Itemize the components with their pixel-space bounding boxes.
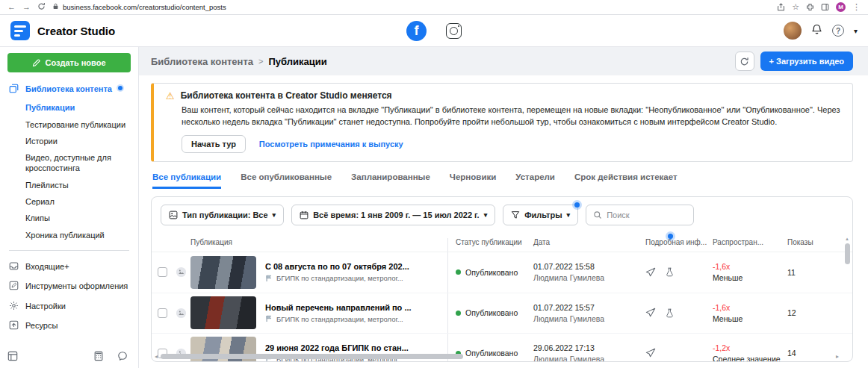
post-title[interactable]: 29 июня 2022 года БГИПК по стан... [265,343,409,352]
instagram-dot [458,25,460,28]
content-library-icon [9,84,19,96]
warning-icon: ⚠ [166,91,175,101]
post-thumbnail[interactable] [190,296,256,329]
account-menu-caret-icon[interactable]: ▾ [854,27,858,35]
app-title: Creator Studio [37,25,115,37]
post-date: 01.07.2022 15:58 [533,262,595,271]
sidebar-item-crosspost-videos[interactable]: Видео, доступные для кросспостинга [0,149,138,177]
sidebar-item-stories[interactable]: Истории [0,133,138,149]
col-header-impressions[interactable]: Показы [787,238,840,252]
release-notes-link[interactable]: Посмотреть примечания к выпуску [259,140,403,149]
search-input[interactable] [607,210,686,219]
create-new-button[interactable]: Создать новое [7,53,131,72]
chat-icon[interactable] [117,351,128,361]
scroll-up-icon[interactable]: ▴ [846,236,849,242]
filters-button[interactable]: Фильтры ▾ [503,205,578,225]
tab-bar: Все публикации Все опубликованные Заплан… [152,172,853,189]
breadcrumb-current: Публикации [268,56,326,67]
row-checkbox[interactable] [158,267,167,277]
col-header-insights[interactable]: Подробная инф... [645,238,713,252]
upload-video-button[interactable]: + Загрузить видео [760,52,853,71]
browser-refresh-icon[interactable] [37,2,46,12]
creator-studio-logo-icon[interactable] [10,21,30,40]
tab-expired[interactable]: Устарели [515,172,555,189]
pages-panel-icon[interactable] [7,351,18,361]
sidebar-item-settings[interactable]: Настройки [0,297,138,316]
time-range-filter[interactable]: Всё время: 1 янв 2009 г. — 15 июл 2022 г… [291,205,495,225]
vertical-scrollbar[interactable]: ▴ [843,236,851,349]
facebook-icon[interactable]: f [406,21,427,41]
col-header-distribution[interactable]: Распростран... [713,238,787,252]
posts-table-card: Тип публикации: Все ▾ Всё время: 1 янв 2… [151,196,853,362]
distribution-score: -1,6x [713,303,730,312]
refresh-button[interactable] [735,52,754,71]
row-checkbox[interactable] [158,308,167,318]
vertical-scrollbar-thumb[interactable] [845,243,850,264]
tab-expiring[interactable]: Срок действия истекает [574,172,678,189]
tab-all-posts[interactable]: Все публикации [152,172,221,189]
sidebar-item-series[interactable]: Сериал [0,193,138,210]
tab-published[interactable]: Все опубликованные [241,172,332,189]
table-row[interactable]: С 08 августа по по 07 октября 202... БГИ… [152,252,852,293]
page-flag-icon [265,275,273,282]
sidebar-item-post-testing[interactable]: Тестирование публикации [0,116,138,133]
browser-profile-avatar[interactable]: M [836,2,846,12]
address-bar[interactable]: business.facebook.com/creatorstudio/cont… [52,3,770,11]
sidebar-item-content-library[interactable]: Библиотека контента [0,80,138,99]
browser-back-icon[interactable]: ← [7,3,16,11]
sidebar-item-resources[interactable]: Ресурсы [0,316,138,336]
start-tour-button[interactable]: Начать тур [182,135,246,153]
ab-test-flask-icon[interactable] [665,308,675,318]
sidebar-item-post-history[interactable]: Хроника публикаций [0,227,138,243]
user-avatar[interactable] [784,22,802,40]
notification-dot [574,202,580,208]
distribution-label: Меньше [713,314,743,323]
post-thumbnail[interactable] [190,256,256,289]
photo-post-icon [171,252,190,293]
search-box[interactable] [586,205,694,225]
impressions-value: 11 [787,252,840,293]
post-status: Опубликовано [465,308,518,317]
ab-test-flask-icon[interactable] [665,267,675,277]
horizontal-scrollbar[interactable]: ◂ ▸ [155,352,839,360]
col-header-status[interactable]: Статус публикации [447,238,533,252]
browser-forward-icon[interactable]: → [22,3,31,11]
post-type-icon [169,210,178,219]
help-icon[interactable]: ? [832,25,844,37]
extensions-icon[interactable] [806,3,814,11]
post-type-filter[interactable]: Тип публикации: Все ▾ [161,205,284,225]
scroll-left-icon[interactable]: ◂ [155,353,158,360]
table-row[interactable]: Новый перечень направлений по ... БГИПК … [152,293,852,333]
status-dot [456,311,461,316]
sidebar-item-clips[interactable]: Клипы [0,210,138,226]
sidebar-item-playlists[interactable]: Плейлисты [0,177,138,193]
browser-menu-icon[interactable]: ⋮ [852,3,861,11]
notifications-bell-icon[interactable] [811,24,822,38]
notification-dot [118,86,123,90]
share-icon[interactable] [777,3,785,11]
col-header-date[interactable]: Дата [533,238,645,252]
instagram-icon[interactable] [446,23,462,39]
bookmark-star-icon[interactable]: ☆ [792,3,799,11]
sidebar-item-inbox[interactable]: Входящие+ [0,258,138,277]
tab-scheduled[interactable]: Запланированные [351,172,430,189]
boost-icon[interactable] [645,308,656,318]
post-title[interactable]: С 08 августа по по 07 октября 202... [265,262,409,271]
banner-title: Библиотека контента в Creator Studio мен… [181,90,392,101]
side-panel-icon[interactable] [821,3,829,11]
scroll-right-icon[interactable]: ▸ [836,353,839,360]
tab-drafts[interactable]: Черновики [450,172,496,189]
sidebar-item-creative-tools[interactable]: Инструменты оформления [0,277,138,296]
padlock-icon [52,3,59,11]
sidebar-item-posts[interactable]: Публикации [0,99,138,116]
boost-icon[interactable] [645,267,656,278]
breadcrumb: Библиотека контента > Публикации [151,56,327,67]
post-title[interactable]: Новый перечень направлений по ... [265,303,412,312]
col-header-post[interactable]: Публикация [152,238,447,252]
breadcrumb-parent[interactable]: Библиотека контента [151,56,253,67]
caret-down-icon: ▾ [484,211,488,219]
impressions-value: 12 [787,293,840,333]
calculator-icon[interactable] [93,351,104,361]
filters-button-label: Фильтры [524,210,562,219]
horizontal-scrollbar-thumb[interactable] [161,354,463,359]
